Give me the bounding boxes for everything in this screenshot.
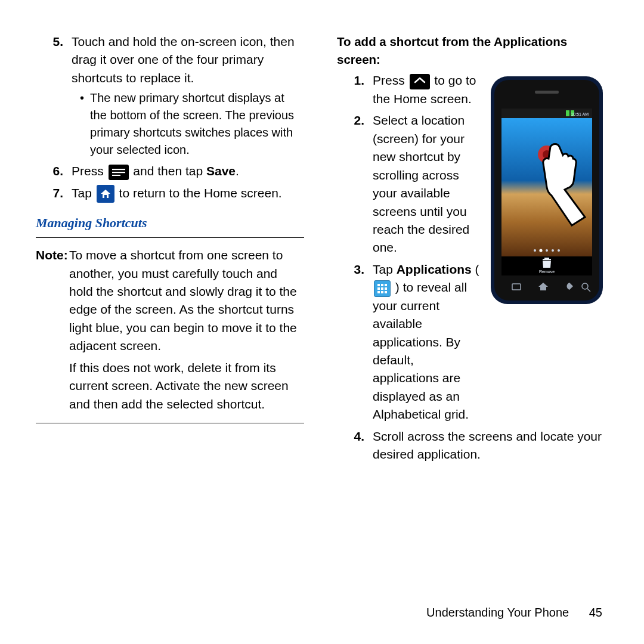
svg-rect-29	[381, 291, 383, 293]
phone-illustration: 10:51 AM	[488, 74, 605, 311]
text-pre: Tap	[373, 262, 397, 276]
menu-icon	[109, 165, 129, 180]
step-content: Scroll across the screens and locate you…	[373, 428, 605, 464]
r-step-2: 2. Select a location (screen) for your n…	[337, 112, 482, 257]
step-content: Tap to return to the Home screen.	[72, 184, 304, 203]
svg-rect-22	[377, 284, 380, 286]
svg-point-11	[534, 249, 536, 252]
step-number: 1.	[337, 72, 373, 108]
svg-rect-8	[566, 110, 569, 116]
step-number: 6.	[36, 162, 72, 180]
paren-close: )	[395, 280, 403, 294]
step-number: 7.	[36, 184, 72, 203]
svg-point-15	[558, 249, 560, 252]
step-5: 5. Touch and hold the on-screen icon, th…	[36, 33, 304, 159]
step5-bullets: The new primary shortcut displays at the…	[72, 89, 304, 159]
bullet-item: The new primary shortcut displays at the…	[80, 89, 304, 159]
home-icon	[97, 185, 114, 203]
step-7: 7. Tap to return to the Home screen.	[36, 184, 304, 203]
svg-rect-28	[377, 291, 380, 293]
step-text: Scroll across the screens and locate you…	[373, 429, 602, 461]
text-post: to reveal all your current available app…	[373, 280, 469, 421]
applications-label: Applications	[397, 262, 472, 276]
svg-rect-30	[385, 291, 387, 293]
home-icon	[410, 74, 430, 89]
r-step-1: 1. Press to go to the Home screen.	[337, 72, 482, 108]
step-content: Select a location (screen) for your new …	[373, 112, 482, 257]
step-number: 3.	[337, 261, 373, 424]
step-content: Press and then tap Save.	[72, 162, 304, 180]
step-number: 5.	[36, 33, 72, 159]
step-text: Touch and hold the on-screen icon, then …	[72, 35, 295, 85]
svg-rect-5	[535, 91, 559, 94]
text-tail: .	[236, 164, 239, 178]
step-content: Tap Applications (	[373, 261, 482, 424]
save-label: Save	[206, 164, 236, 178]
paren-open: (	[472, 262, 479, 276]
right-column: To add a shortcut from the Applications …	[337, 33, 605, 467]
svg-point-14	[552, 249, 554, 252]
text-pre: Press	[373, 73, 408, 87]
left-column: 5. Touch and hold the on-screen icon, th…	[36, 33, 304, 467]
step-text: Select a location (screen) for your new …	[373, 113, 469, 254]
svg-rect-23	[381, 284, 383, 286]
r-step-4: 4. Scroll across the screens and locate …	[337, 428, 605, 464]
phone-time-text: 10:51 AM	[571, 112, 589, 116]
svg-rect-27	[385, 287, 387, 290]
note-text-2: If this does not work, delete it from it…	[36, 359, 304, 413]
svg-rect-25	[377, 287, 380, 290]
step-content: Press to go to the Home screen.	[373, 72, 482, 108]
footer-section: Understanding Your Phone	[426, 606, 569, 619]
svg-rect-1	[112, 172, 125, 173]
footer-page-number: 45	[589, 606, 602, 619]
note-text-1: To move a shortcut from one screen to an…	[69, 246, 304, 355]
step-number: 4.	[337, 428, 373, 464]
managing-shortcuts-heading: Managing Shortcuts	[36, 213, 304, 233]
left-steps-list: 5. Touch and hold the on-screen icon, th…	[36, 33, 304, 203]
applications-icon	[374, 280, 391, 297]
svg-text:Remove: Remove	[539, 270, 555, 274]
two-column-layout: 5. Touch and hold the on-screen icon, th…	[36, 33, 605, 467]
svg-rect-0	[112, 169, 125, 170]
note-box: Note: To move a shortcut from one screen…	[36, 237, 304, 423]
text-post: to return to the Home screen.	[119, 186, 282, 200]
text-pre: Tap	[72, 186, 95, 200]
text-pre: Press	[72, 164, 107, 178]
text-post: and then tap	[133, 164, 206, 178]
add-shortcut-heading: To add a shortcut from the Applications …	[337, 33, 605, 68]
svg-point-12	[539, 249, 542, 252]
note-label: Note:	[36, 246, 69, 355]
svg-rect-24	[385, 284, 387, 286]
bullet-text: The new primary shortcut displays at the…	[90, 89, 304, 159]
page-footer: Understanding Your Phone 45	[426, 604, 602, 621]
step-content: Touch and hold the on-screen icon, then …	[72, 33, 304, 159]
svg-rect-26	[381, 287, 383, 290]
step-6: 6. Press and then tap Save.	[36, 162, 304, 180]
r-step-3: 3. Tap Applications (	[337, 261, 482, 424]
step-number: 2.	[337, 112, 373, 257]
svg-point-13	[546, 249, 548, 252]
svg-rect-2	[112, 175, 120, 176]
